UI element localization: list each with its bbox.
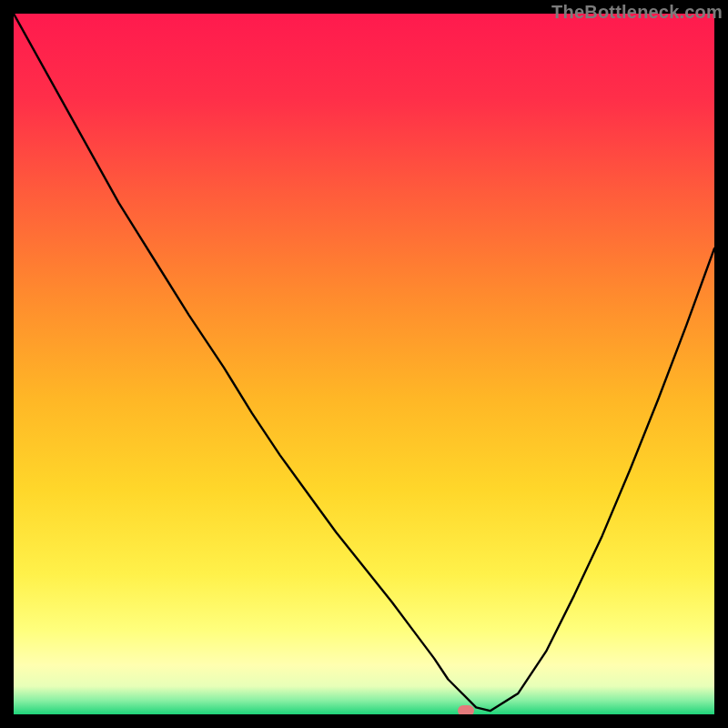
chart-frame: TheBottleneck.com [0,0,728,728]
svg-rect-0 [14,14,714,714]
optimal-point-marker [458,705,474,714]
watermark-text: TheBottleneck.com [551,2,723,23]
plot-area [14,14,714,714]
heat-gradient-background [14,14,714,714]
